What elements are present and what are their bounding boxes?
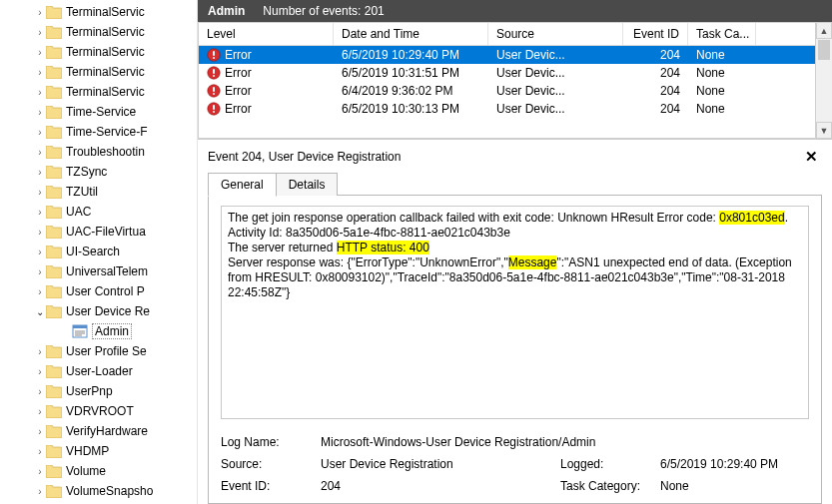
col-date[interactable]: Date and Time [334,23,488,45]
chevron-right-icon[interactable]: › [34,346,46,357]
tree-item[interactable]: ›TerminalServic [0,2,197,22]
chevron-right-icon[interactable]: › [34,247,46,257]
tree-item-label: TerminalServic [66,25,145,39]
tree-item[interactable]: ›Troubleshootin [0,142,197,162]
tree-item-label: Volume [66,464,106,478]
tree-item[interactable]: ›UAC [0,202,197,222]
chevron-right-icon[interactable]: › [34,266,46,277]
tree-item[interactable]: ›User Control P [0,281,197,301]
events-grid[interactable]: Level Date and Time Source Event ID Task… [198,22,815,139]
tree-item-child[interactable]: Admin [0,321,197,341]
tree-item[interactable]: ›User-Loader [0,361,197,381]
chevron-right-icon[interactable]: › [34,207,46,218]
chevron-right-icon[interactable]: › [34,386,46,397]
tree-item[interactable]: ›Time-Service [0,102,197,122]
tree-item[interactable]: ›Time-Service-F [0,122,197,142]
scroll-down-icon[interactable]: ▼ [816,122,832,139]
chevron-right-icon[interactable]: › [34,446,46,457]
tree-item-label: Time-Service [66,105,136,119]
tree-item[interactable]: ›UAC-FileVirtua [0,222,197,242]
chevron-right-icon[interactable]: › [34,187,46,198]
tree-item[interactable]: ›UniversalTelem [0,261,197,281]
chevron-right-icon[interactable]: › [34,107,46,118]
svg-rect-15 [213,105,215,110]
folder-icon [46,105,62,119]
tree-item[interactable]: ›VolumeSnapsho [0,481,197,501]
event-message-box[interactable]: The get join response operation callback… [221,206,809,419]
scroll-thumb[interactable] [818,40,830,60]
cell-eventid: 204 [623,66,688,80]
table-row[interactable]: Error6/5/2019 10:31:51 PMUser Devic...20… [199,64,815,82]
tree-item[interactable]: ›Volume [0,461,197,481]
cell-level: Error [199,48,334,63]
chevron-right-icon[interactable]: › [34,426,46,437]
tree-item[interactable]: ›UserPnp [0,381,197,401]
log-icon [72,324,88,338]
col-level[interactable]: Level [199,23,334,45]
tree-item[interactable]: ›TerminalServic [0,62,197,82]
event-message-line: Server response was: {"ErrorType":"Unkno… [228,255,802,300]
tree-item[interactable]: ›VHDMP [0,441,197,461]
event-message-line: The server returned HTTP status: 400 [228,241,802,255]
chevron-right-icon[interactable]: › [34,366,46,377]
tree-item[interactable]: ›TerminalServic [0,82,197,102]
chevron-right-icon[interactable]: › [34,227,46,238]
lbl-event-id: Event ID: [221,479,321,493]
table-row[interactable]: Error6/5/2019 10:30:13 PMUser Devic...20… [199,100,815,118]
chevron-right-icon[interactable]: › [34,406,46,417]
tree-item[interactable]: ›VDRVROOT [0,401,197,421]
tree-item-label: TZUtil [66,185,98,199]
cell-date: 6/4/2019 9:36:02 PM [334,84,488,98]
tab-details[interactable]: Details [276,173,339,196]
chevron-right-icon[interactable]: › [34,87,46,98]
close-icon[interactable]: ✕ [801,148,822,166]
svg-rect-6 [213,51,215,56]
tree-item-label: VerifyHardware [66,424,148,438]
tree-item-label: User-Loader [66,364,133,378]
cell-eventid: 204 [623,84,688,98]
col-eventid[interactable]: Event ID [623,23,688,45]
folder-icon [46,185,62,199]
chevron-right-icon[interactable]: › [34,127,46,138]
tree-item-label: Time-Service-F [66,125,148,139]
chevron-right-icon[interactable]: › [34,67,46,78]
chevron-right-icon[interactable]: › [34,167,46,178]
cell-date: 6/5/2019 10:31:51 PM [334,66,488,80]
chevron-right-icon[interactable]: › [34,466,46,477]
tree-item[interactable]: ›TerminalServic [0,22,197,42]
scroll-up-icon[interactable]: ▲ [816,22,832,39]
cell-task: None [688,66,756,80]
tab-general[interactable]: General [208,173,277,197]
tree-item-label: TerminalServic [66,85,145,99]
chevron-right-icon[interactable]: › [34,7,46,18]
details-body: The get join response operation callback… [208,196,822,504]
tree-item[interactable]: ›VerifyHardware [0,421,197,441]
col-source[interactable]: Source [488,23,623,45]
chevron-right-icon[interactable]: › [34,27,46,38]
tree-item[interactable]: ›TZUtil [0,182,197,202]
chevron-right-icon[interactable]: › [34,147,46,158]
tree-item[interactable]: ⌄User Device Re [0,301,197,321]
table-row[interactable]: Error6/5/2019 10:29:40 PMUser Devic...20… [199,46,815,64]
tree-item-label: VolumeSnapsho [66,484,153,498]
events-scrollbar[interactable]: ▲ ▼ [815,22,832,139]
events-grid-header: Level Date and Time Source Event ID Task… [199,23,815,46]
cell-task: None [688,48,756,62]
svg-rect-1 [73,325,87,328]
tree-item[interactable]: ›TerminalServic [0,42,197,62]
tree-item[interactable]: ›TZSync [0,162,197,182]
chevron-right-icon[interactable]: › [34,486,46,497]
col-task[interactable]: Task Ca... [688,23,756,45]
events-header-title: Admin [208,4,245,18]
chevron-down-icon[interactable]: ⌄ [34,306,46,317]
tree-item[interactable]: ›UI-Search [0,242,197,261]
cell-source: User Devic... [488,84,623,98]
chevron-right-icon[interactable]: › [34,47,46,58]
folder-icon [46,444,62,458]
chevron-right-icon[interactable]: › [34,286,46,297]
cell-level: Error [199,102,334,117]
table-row[interactable]: Error6/4/2019 9:36:02 PMUser Devic...204… [199,82,815,100]
tree-item[interactable]: ›User Profile Se [0,341,197,361]
cell-level: Error [199,66,334,81]
tree-item-label: Troubleshootin [66,145,145,159]
